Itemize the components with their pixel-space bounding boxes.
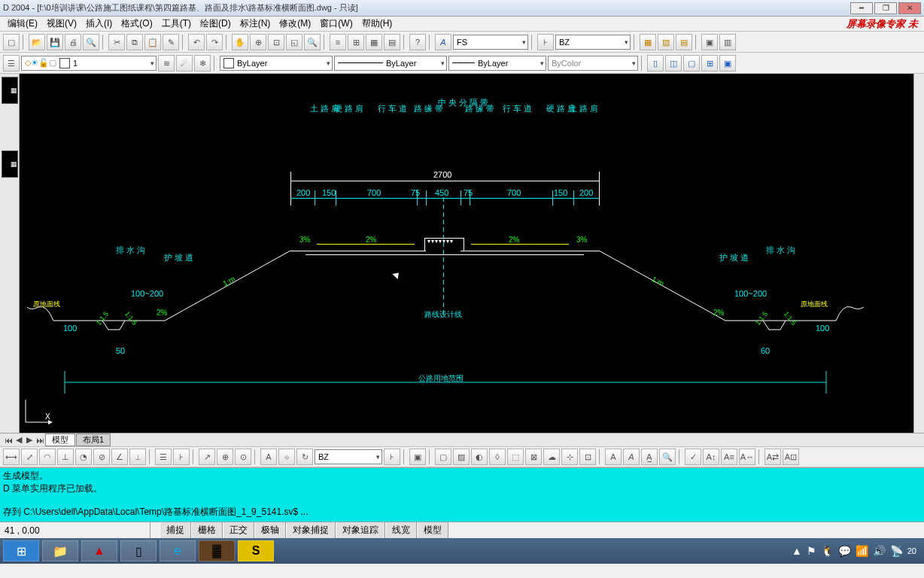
menu-view[interactable]: 视图(V): [42, 17, 81, 30]
print-icon[interactable]: 🖨: [65, 34, 81, 50]
task-explorer[interactable]: 📁: [42, 540, 78, 561]
vp2-icon[interactable]: ◫: [665, 55, 682, 71]
revision-icon[interactable]: ☁: [543, 449, 560, 465]
linetype-combo[interactable]: ByLayer: [334, 56, 447, 71]
dim-ordinate-icon[interactable]: ⊥: [57, 449, 74, 465]
tab-prev-icon[interactable]: ◀: [14, 435, 24, 445]
dim-update-icon[interactable]: ↻: [296, 449, 313, 465]
tray-icon1[interactable]: ▲: [792, 545, 802, 557]
dim-tedit-icon[interactable]: ⟐: [278, 449, 295, 465]
scrollbar-v[interactable]: [913, 74, 924, 433]
new-icon[interactable]: ▢: [3, 34, 20, 50]
dim-style-icon[interactable]: ⊦: [384, 449, 400, 465]
paste-icon[interactable]: 📋: [144, 34, 161, 50]
menu-dimension[interactable]: 标注(N): [236, 17, 275, 30]
pan-icon[interactable]: ✋: [232, 34, 248, 50]
dim-continue-icon[interactable]: ⊦: [173, 449, 190, 465]
dim-linear-icon[interactable]: ⟷: [3, 449, 20, 465]
vp4-icon[interactable]: ⊞: [701, 55, 718, 71]
textedit-icon[interactable]: A̲: [641, 449, 658, 465]
dim-angular-icon[interactable]: ∠: [111, 449, 128, 465]
tab-first-icon[interactable]: ⏮: [3, 436, 14, 445]
textstyle-icon[interactable]: A: [435, 34, 451, 50]
copy-icon[interactable]: ⧉: [126, 34, 143, 50]
menu-window[interactable]: 窗口(W): [315, 17, 357, 30]
ortho-toggle[interactable]: 正交: [223, 522, 254, 538]
space-icon[interactable]: A↔: [739, 449, 755, 465]
zoom-win-icon[interactable]: ⊡: [268, 34, 284, 50]
lineweight-combo[interactable]: ByLayer: [448, 56, 546, 71]
tab-model[interactable]: 模型: [45, 434, 75, 446]
menu-edit[interactable]: 编辑(E): [3, 17, 42, 30]
task-app2[interactable]: ▓: [199, 540, 235, 561]
polar-toggle[interactable]: 极轴: [254, 522, 286, 538]
save-icon[interactable]: 💾: [47, 34, 63, 50]
plotstyle-combo[interactable]: ByColor: [548, 56, 638, 71]
zoom-rt-icon[interactable]: ⊕: [250, 34, 266, 50]
tp-icon[interactable]: ▦: [366, 34, 382, 50]
tb4-icon[interactable]: ▣: [701, 34, 718, 50]
drawing-canvas[interactable]: 土 路 肩 硬 路 肩 行 车 道 路 缘 带 中 央 分 隔 带 路 缘 带 …: [20, 74, 913, 433]
model-toggle[interactable]: 模型: [417, 522, 448, 538]
tray-chat-icon[interactable]: 💬: [838, 545, 851, 557]
hatch-icon[interactable]: ▨: [453, 449, 470, 465]
calc-icon[interactable]: ▤: [384, 34, 400, 50]
tray-qq-icon[interactable]: 🐧: [821, 545, 834, 557]
tb5-icon[interactable]: ▥: [719, 34, 736, 50]
palette-1[interactable]: ▦: [2, 77, 18, 104]
menu-format[interactable]: 格式(O): [117, 17, 157, 30]
vp5-icon[interactable]: ▣: [719, 55, 736, 71]
zoom-prev-icon[interactable]: ◱: [286, 34, 302, 50]
menu-modify[interactable]: 修改(M): [275, 17, 315, 30]
vp1-icon[interactable]: ▯: [647, 55, 664, 71]
tb2-icon[interactable]: ▧: [658, 34, 674, 50]
dim-leader-icon[interactable]: ↗: [199, 449, 215, 465]
menu-draw[interactable]: 绘图(D): [196, 17, 236, 30]
minimize-button[interactable]: ━: [850, 2, 873, 14]
dimstyle-combo[interactable]: BZ: [555, 35, 631, 50]
region-icon[interactable]: ⬚: [507, 449, 524, 465]
task-ie[interactable]: e: [160, 540, 196, 561]
tray-wifi-icon[interactable]: 📡: [890, 545, 903, 557]
osnap-toggle[interactable]: 对象捕捉: [286, 522, 336, 538]
dim-radius-icon[interactable]: ◔: [75, 449, 92, 465]
help-icon[interactable]: ?: [409, 34, 426, 50]
dim-diameter-icon[interactable]: ⊘: [93, 449, 110, 465]
menu-insert[interactable]: 插入(I): [81, 17, 117, 30]
task-pdf[interactable]: ▲: [81, 540, 117, 561]
layeriso-icon[interactable]: ☄: [176, 55, 193, 71]
dimstyle-icon[interactable]: ⊦: [537, 34, 554, 50]
task-app1[interactable]: ▯: [120, 540, 157, 561]
start-button[interactable]: ⊞: [3, 540, 39, 561]
tray-net-icon[interactable]: 📶: [856, 545, 868, 557]
tb3-icon[interactable]: ▤: [676, 34, 692, 50]
dim-break-icon[interactable]: ⊹: [561, 449, 578, 465]
textstyle-combo[interactable]: FS: [453, 35, 528, 50]
wipeout-icon[interactable]: ⊠: [525, 449, 542, 465]
undo-icon[interactable]: ↶: [188, 34, 205, 50]
dim-tolerance-icon[interactable]: ⊕: [217, 449, 233, 465]
dimstyle2-combo[interactable]: BZ: [315, 449, 382, 464]
otrack-toggle[interactable]: 对象追踪: [336, 522, 385, 538]
layermgr-icon[interactable]: ☰: [3, 55, 20, 71]
crop-icon[interactable]: ⊡: [579, 449, 596, 465]
dim-quick-icon[interactable]: ⟂: [129, 449, 146, 465]
lwt-toggle[interactable]: 线宽: [385, 522, 417, 538]
menu-help[interactable]: 帮助(H): [357, 17, 397, 30]
layerfrz-icon[interactable]: ❄: [194, 55, 211, 71]
boundary-icon[interactable]: ◊: [489, 449, 506, 465]
mtext-icon[interactable]: A: [605, 449, 622, 465]
spell-icon[interactable]: ✓: [685, 449, 701, 465]
snap-toggle[interactable]: 捕捉: [160, 522, 191, 538]
task-app3[interactable]: S: [238, 540, 274, 561]
dim-arc-icon[interactable]: ◠: [39, 449, 56, 465]
insert-block-icon[interactable]: ▣: [409, 449, 426, 465]
tab-next-icon[interactable]: ▶: [24, 435, 35, 445]
txtexp-icon[interactable]: A⊡: [783, 449, 799, 465]
tab-last-icon[interactable]: ⏭: [35, 436, 45, 445]
convert-icon[interactable]: A⇄: [764, 449, 781, 465]
vp3-icon[interactable]: ▢: [683, 55, 700, 71]
grid-toggle[interactable]: 栅格: [191, 522, 223, 538]
text-icon[interactable]: A: [623, 449, 640, 465]
dc-icon[interactable]: ⊞: [348, 34, 364, 50]
